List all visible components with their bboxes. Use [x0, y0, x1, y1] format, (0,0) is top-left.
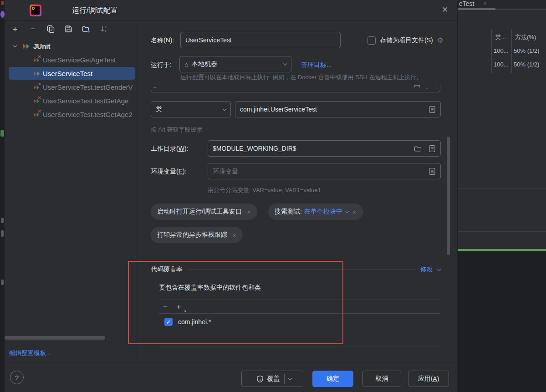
macros-list-icon[interactable]	[428, 144, 436, 153]
apply-button[interactable]: 应用(A)	[408, 371, 449, 387]
tab-close-icon[interactable]: ×	[483, 0, 487, 7]
coverage-col-method[interactable]: 方法(%)	[515, 33, 536, 41]
junit-icon	[23, 43, 30, 49]
gear-icon[interactable]: ⚙	[437, 36, 444, 45]
env-hint: 用分号分隔变量: VAR=value; VAR1=value1	[208, 186, 321, 194]
workdir-input[interactable]	[208, 140, 441, 157]
editor-tab-label[interactable]: eTest	[459, 0, 474, 7]
store-as-file-row: 存储为项目文件(S) ⚙	[367, 36, 444, 45]
tree-node-junit[interactable]: JUnit	[5, 39, 137, 53]
env-input[interactable]	[208, 163, 441, 179]
horizontal-scrollbar[interactable]	[5, 336, 105, 340]
editor-dark-area: zidiu.com 激活	[458, 251, 546, 392]
panel-divider	[458, 212, 546, 212]
svg-text:a: a	[105, 25, 107, 29]
env-list-icon[interactable]	[428, 167, 436, 175]
run-with-coverage-button[interactable]: 覆盖	[241, 371, 303, 387]
tree-node-label: UserServiceTest.testGetAge2	[43, 111, 133, 118]
ide-stripe-fragment	[1, 280, 4, 285]
tree-node-label: JUnit	[33, 42, 51, 50]
ide-stripe-fragment	[1, 1, 4, 5]
coverage-title: 代码覆盖率	[151, 265, 183, 274]
coverage-cell: 100...	[494, 47, 509, 54]
configurations-tree: JUnit ✕ UserServiceGetAgeTest	[5, 39, 137, 121]
coverage-run-dropdown[interactable]	[288, 376, 291, 380]
dialog-title: 运行/调试配置	[72, 6, 117, 15]
workdir-label: 工作目录(W):	[151, 145, 188, 153]
coverage-cell: 50% (1/2)	[514, 47, 539, 54]
tree-node-label: UserServiceTest.testGetAge	[43, 97, 128, 105]
tree-node-config[interactable]: ✕ UserServiceTest.testGetAge	[5, 94, 137, 107]
chip-label: 打印异常的异步堆栈跟踪	[157, 231, 227, 239]
junit-icon	[33, 71, 40, 76]
edit-templates-link[interactable]: 编辑配置模板...	[9, 349, 51, 357]
coverage-pattern-row[interactable]: ✓ com.jinhei.*	[164, 318, 211, 326]
screen: IJ 运行/调试配置 ✕ ＋ −	[0, 0, 546, 392]
store-as-file-label: 存储为项目文件(S)	[380, 36, 433, 45]
tree-node-config-selected[interactable]: UserServiceTest	[5, 66, 137, 80]
coverage-section-header: 代码覆盖率 修改	[151, 265, 440, 274]
chip-async-stacktrace[interactable]: 打印异常的异步堆栈跟踪 ×	[151, 227, 243, 243]
chevron-down-icon[interactable]	[13, 43, 17, 47]
remove-configuration-button[interactable]: −	[28, 25, 37, 34]
name-input[interactable]	[180, 32, 341, 48]
name-label: 名称(N):	[151, 36, 174, 45]
tree-node-label: UserServiceTest	[43, 70, 92, 77]
tree-node-config[interactable]: ✕ UserServiceGetAgeTest	[5, 53, 137, 66]
junit-temp-icon: ✕	[33, 112, 40, 117]
chip-search-scope[interactable]: 搜索测试: 在单个模块中 ×	[268, 204, 363, 220]
test-kind-select[interactable]: 类	[151, 101, 231, 117]
new-folder-icon[interactable]	[82, 25, 91, 34]
help-button[interactable]: ?	[10, 371, 24, 384]
table-column-divider	[511, 29, 512, 73]
ide-stripe-fragment	[1, 230, 4, 237]
chip-open-tool-window[interactable]: 启动时打开运行/调试工具窗口 ×	[151, 204, 257, 220]
class-input[interactable]	[235, 101, 441, 117]
panel-divider	[458, 231, 546, 232]
coverage-modify-link[interactable]: 修改	[420, 265, 433, 274]
coverage-cell: 50% (1/2)	[514, 61, 539, 68]
clipped-arrow-icon: ⌄	[425, 85, 429, 90]
vertical-scrollbar[interactable]	[447, 137, 450, 255]
copy-configuration-icon[interactable]	[46, 25, 55, 34]
tree-node-config[interactable]: ✕ UserServiceTest.testGenderV	[5, 80, 137, 94]
folder-icon[interactable]	[413, 145, 422, 153]
coverage-col-class[interactable]: 类...	[495, 33, 506, 41]
coverage-shield-icon	[256, 375, 264, 383]
chip-scope-value[interactable]: 在单个模块中	[304, 208, 342, 216]
sort-alphabetically-icon[interactable]: az	[99, 25, 108, 34]
dialog-titlebar: IJ 运行/调试配置 ✕	[5, 0, 457, 21]
configurations-panel: ＋ − az	[5, 21, 137, 362]
alt-hint: 按 Alt 获取字段提示	[151, 126, 202, 134]
clipped-folder-icon	[414, 85, 420, 87]
save-configuration-icon[interactable]	[64, 25, 73, 34]
remove-pattern-button[interactable]: −	[163, 302, 168, 311]
browse-list-icon[interactable]	[428, 105, 436, 113]
configurations-toolbar: ＋ − az	[5, 21, 137, 37]
coverage-subtitle: 要包含在覆盖率数据中的软件包和类	[159, 284, 261, 292]
run-on-label: 运行于:	[151, 61, 172, 69]
home-icon: ⌂	[184, 61, 189, 68]
remove-chip-icon[interactable]: ×	[232, 231, 236, 239]
coverage-table-bottom-border	[159, 346, 440, 346]
add-configuration-button[interactable]: ＋	[10, 25, 20, 34]
partially-scrolled-field[interactable]: -- ⌄	[151, 84, 440, 92]
run-target-hint: 运行配置可以在本地或目标上执行: 例如，在 Docker 容器中或使用 SSH …	[180, 73, 423, 81]
run-target-select[interactable]: ⌂ 本地机器	[179, 56, 291, 72]
ide-stripe-fragment	[1, 218, 4, 223]
pattern-checkbox[interactable]: ✓	[164, 318, 173, 326]
tree-node-config[interactable]: ✕ UserServiceTest.testGetAge2	[5, 107, 137, 121]
cancel-button[interactable]: 取消	[362, 371, 401, 387]
manage-targets-link[interactable]: 管理目标...	[301, 61, 332, 69]
ok-button[interactable]: 确定	[312, 371, 353, 387]
store-as-file-checkbox[interactable]	[367, 36, 376, 45]
junit-temp-icon: ✕	[33, 84, 40, 90]
tree-node-label: UserServiceGetAgeTest	[43, 56, 116, 64]
run-debug-config-dialog: IJ 运行/调试配置 ✕ ＋ −	[5, 0, 457, 392]
remove-chip-icon[interactable]: ×	[247, 208, 251, 216]
editor-scrollbar-thumb[interactable]	[458, 8, 495, 10]
close-icon[interactable]: ✕	[439, 5, 450, 15]
add-pattern-button[interactable]: ＋	[175, 301, 183, 312]
remove-chip-icon[interactable]: ×	[352, 208, 357, 216]
ide-stripe-fragment	[0, 130, 4, 137]
